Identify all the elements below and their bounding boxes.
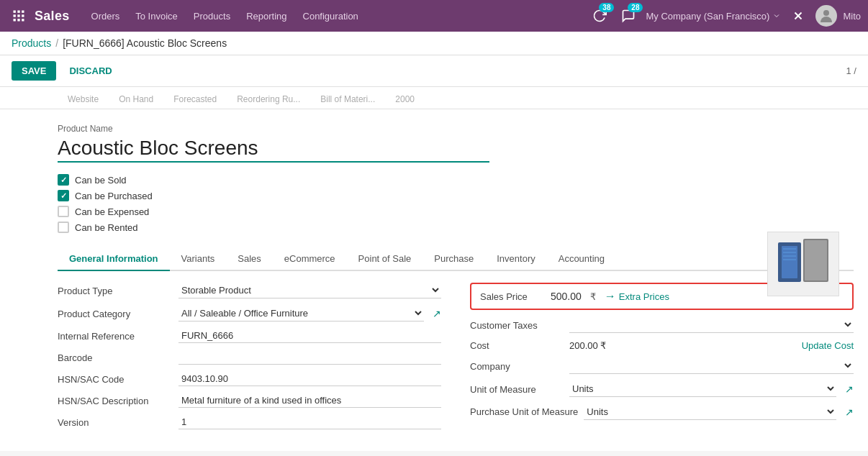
refresh-icon-button[interactable]: 38 (588, 4, 611, 27)
checkbox-can-be-expensed: Can be Expensed (58, 206, 854, 217)
company-label: Company (470, 361, 564, 372)
tab-inventory[interactable]: Inventory (485, 247, 546, 271)
product-type-row: Product Type Storable Product Consumable… (58, 283, 441, 298)
hsn-code-row: HSN/SAC Code (58, 372, 441, 386)
tab-accounting[interactable]: Accounting (547, 247, 616, 271)
top-menu: Orders To Invoice Products Reporting Con… (84, 6, 589, 26)
barcode-row: Barcode (58, 350, 441, 365)
barcode-label: Barcode (58, 352, 173, 363)
username-label: Mito (843, 11, 861, 22)
svg-rect-7 (17, 19, 19, 21)
hsn-code-input[interactable] (178, 372, 441, 386)
hsn-desc-input[interactable] (178, 393, 441, 408)
company-selector[interactable]: My Company (San Francisco) (646, 11, 781, 22)
cost-value: 200.00 ₹ (569, 340, 796, 351)
menu-reporting[interactable]: Reporting (239, 6, 294, 26)
tab-purchase[interactable]: Purchase (422, 247, 485, 271)
customer-taxes-row: Customer Taxes (470, 317, 854, 333)
can-be-expensed-checkbox[interactable] (58, 206, 69, 217)
tabs-navigation: General Information Variants Sales eComm… (58, 247, 854, 271)
cost-row: Cost 200.00 ₹ Update Cost (470, 340, 854, 351)
product-name-input[interactable] (58, 137, 489, 163)
scroll-tab-website[interactable]: Website (58, 90, 109, 109)
topnav-right-area: 38 28 My Company (San Francisco) Mito (588, 4, 861, 27)
barcode-input[interactable] (178, 350, 441, 365)
version-row: Version (58, 415, 441, 429)
customer-taxes-select[interactable] (569, 319, 854, 331)
purchase-unit-label: Purchase Unit of Measure (470, 406, 578, 419)
svg-rect-19 (783, 259, 796, 260)
customer-taxes-select-wrap (569, 317, 854, 333)
tab-general-information[interactable]: General Information (58, 247, 170, 271)
company-row: Company (470, 358, 854, 374)
main-content: Product Name Can be Sold Can be Purchase… (0, 109, 868, 451)
internal-reference-input[interactable] (178, 329, 441, 343)
unit-of-measure-external-link[interactable]: ↗ (845, 383, 854, 395)
discard-button[interactable]: DISCARD (62, 61, 119, 81)
close-icon-button[interactable] (787, 4, 810, 27)
sales-price-value: 500.00 (551, 291, 582, 302)
hsn-code-label: HSN/SAC Code (58, 374, 173, 385)
customer-taxes-label: Customer Taxes (470, 320, 564, 331)
tab-ecommerce[interactable]: eCommerce (273, 247, 347, 271)
svg-rect-13 (782, 246, 797, 278)
can-be-sold-checkbox[interactable] (58, 174, 69, 186)
breadcrumb-current: [FURN_6666] Acoustic Bloc Screens (63, 37, 227, 49)
refresh-badge: 38 (599, 3, 614, 12)
company-select-wrap (569, 358, 854, 374)
svg-rect-15 (805, 240, 827, 281)
svg-rect-2 (22, 11, 24, 13)
chat-icon-button[interactable]: 28 (617, 4, 640, 27)
sales-price-label: Sales Price (480, 291, 545, 302)
can-be-rented-checkbox[interactable] (58, 222, 69, 233)
extra-prices-link[interactable]: → Extra Prices (605, 290, 669, 303)
checkbox-can-be-rented: Can be Rented (58, 222, 854, 233)
action-bar: SAVE DISCARD 1 / (0, 55, 868, 87)
product-image[interactable] (767, 232, 839, 296)
product-type-select[interactable]: Storable Product Consumable Service (178, 284, 441, 296)
can-be-expensed-label: Can be Expensed (75, 206, 149, 217)
tab-variants[interactable]: Variants (170, 247, 227, 271)
apps-grid-icon[interactable] (7, 4, 30, 27)
svg-rect-18 (783, 255, 796, 257)
purchase-unit-select[interactable]: Units (584, 406, 836, 418)
breadcrumb-parent[interactable]: Products (12, 37, 51, 49)
purchase-unit-external-link[interactable]: ↗ (845, 406, 854, 418)
top-navigation: Sales Orders To Invoice Products Reporti… (0, 0, 868, 32)
user-avatar[interactable] (815, 5, 837, 27)
checkbox-can-be-sold: Can be Sold (58, 174, 854, 186)
scroll-tab-2000[interactable]: 2000 (385, 90, 425, 109)
unit-of-measure-row: Unit of Measure Units ↗ (470, 381, 854, 397)
main-content-wrapper: Product Name Can be Sold Can be Purchase… (0, 109, 868, 451)
svg-rect-16 (783, 248, 796, 250)
scroll-tab-forecasted[interactable]: Forecasted (163, 90, 227, 109)
can-be-sold-label: Can be Sold (75, 175, 127, 186)
scroll-tab-onhand[interactable]: On Hand (109, 90, 163, 109)
can-be-purchased-checkbox[interactable] (58, 190, 69, 201)
menu-configuration[interactable]: Configuration (296, 6, 366, 26)
version-label: Version (58, 417, 173, 428)
menu-to-invoice[interactable]: To Invoice (128, 6, 185, 26)
svg-rect-4 (17, 14, 19, 17)
svg-rect-6 (14, 19, 16, 21)
internal-reference-label: Internal Reference (58, 331, 173, 342)
product-category-select[interactable]: All / Saleable / Office Furniture (178, 307, 424, 319)
svg-rect-0 (14, 11, 16, 13)
save-button[interactable]: SAVE (12, 61, 56, 81)
svg-point-11 (823, 10, 829, 16)
can-be-rented-label: Can be Rented (75, 222, 137, 233)
menu-products[interactable]: Products (186, 6, 238, 26)
unit-of-measure-select[interactable]: Units (569, 383, 836, 395)
product-category-external-link[interactable]: ↗ (433, 308, 441, 319)
purchase-unit-select-wrap: Units (584, 404, 836, 420)
scroll-tab-reordering[interactable]: Reordering Ru... (227, 90, 310, 109)
tab-sales[interactable]: Sales (226, 247, 273, 271)
menu-orders[interactable]: Orders (84, 6, 127, 26)
update-cost-link[interactable]: Update Cost (802, 340, 854, 351)
scroll-tab-bom[interactable]: Bill of Materi... (310, 90, 385, 109)
company-select[interactable] (569, 360, 854, 372)
version-input[interactable] (178, 415, 441, 429)
tab-point-of-sale[interactable]: Point of Sale (347, 247, 423, 271)
svg-rect-8 (22, 19, 24, 21)
product-category-select-wrap: All / Saleable / Office Furniture (178, 306, 424, 322)
